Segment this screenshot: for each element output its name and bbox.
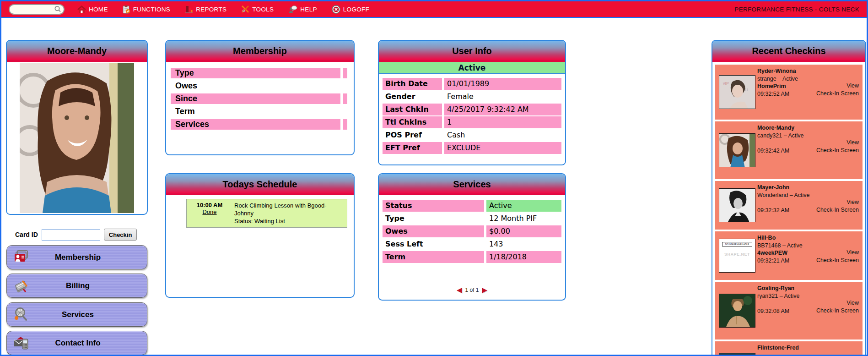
prev-page-icon[interactable]: ◀	[457, 286, 462, 293]
table-row: Ttl ChkIns 1	[383, 116, 561, 128]
event-description: Rock Climbing Lesson with Bgood-Johnny S…	[229, 202, 343, 225]
row-value: 1	[444, 116, 561, 128]
membership-panel: Membership Type Owes Since Term Services	[165, 40, 355, 155]
row-value: $0.00	[486, 225, 561, 237]
nav-item-tools[interactable]: TOOLS	[241, 5, 274, 13]
view-link[interactable]: View	[816, 82, 859, 90]
checkin-username-status: strange – Active	[757, 75, 813, 83]
services-button-label: Services	[29, 310, 127, 319]
tools-icon	[241, 5, 249, 13]
table-row: Sess Left 143	[383, 238, 561, 250]
member-panel: Moore-Mandy	[6, 40, 148, 215]
table-row: Gender Female	[383, 91, 561, 103]
nav-item-home[interactable]: HOME	[77, 5, 108, 13]
nav-item-logoff[interactable]: LOGOFF	[332, 5, 369, 14]
svg-text:vIP: vIP	[723, 81, 729, 86]
row-label: Type	[171, 68, 340, 78]
checkin-screen-link[interactable]: Check-In Screen	[816, 90, 859, 98]
checkin-service-tag: 4weekPEW	[757, 249, 813, 257]
top-nav-bar: HOME FUNCTIONS REPORTS	[1, 1, 867, 18]
checkin-screen-link[interactable]: Check-In Screen	[816, 307, 859, 315]
membership-button[interactable]: Membership	[6, 245, 147, 269]
services-icon	[13, 307, 29, 323]
member-thumbnail: vIP U	[719, 75, 755, 109]
services-button[interactable]: Services	[6, 302, 147, 327]
card-id-input[interactable]	[42, 229, 100, 241]
services-panel-title: Services	[379, 174, 565, 195]
checkin-screen: HOME FUNCTIONS REPORTS	[0, 0, 868, 356]
row-label: Gender	[383, 91, 442, 103]
row-value-strip	[343, 119, 347, 130]
membership-button-label: Membership	[29, 253, 127, 262]
membership-icon	[13, 250, 29, 265]
user-info-rows: Birth Date 01/01/1989 Gender Female Last…	[379, 74, 565, 154]
event-status: Status: Waiting List	[234, 217, 343, 225]
no-image-placeholder: NO IMAGE AVAILABLE SHAPE.NET	[719, 239, 755, 273]
checkin-details: Gosling-Ryan ryan321 – Active 09:32:08 A…	[757, 285, 813, 315]
contact-info-button-label: Contact Info	[29, 339, 127, 348]
checkin-button[interactable]: Checkin	[104, 229, 137, 241]
checkin-details: Hill-Bo BB71468 – Active 4weekPEW 09:32:…	[757, 234, 813, 264]
table-row: Type	[171, 68, 347, 78]
event-done-link[interactable]: Done	[202, 208, 216, 215]
search-box[interactable]	[9, 4, 65, 15]
checkin-username-status: BB71468 – Active	[757, 242, 813, 250]
nav-label: HOME	[89, 6, 108, 13]
recent-checkins-panel: Recent Checkins vIP U Ryder-Winona	[712, 40, 866, 356]
logoff-icon	[332, 5, 340, 14]
checkin-member-name: Gosling-Ryan	[757, 285, 813, 292]
row-label: Last ChkIn	[383, 104, 442, 115]
services-pager: ◀ 1 of 1 ▶	[379, 286, 565, 293]
checkin-time: 09:32:21 AM	[757, 257, 813, 265]
checkin-screen-link[interactable]: Check-In Screen	[816, 257, 859, 264]
checkin-username-status: Wonderland – Active	[757, 192, 813, 199]
recent-checkins-list: vIP U Ryder-Winona strange – Active Home…	[712, 62, 865, 356]
checkin-details: Moore-Mandy candy321 – Active 09:32:42 A…	[757, 124, 813, 155]
search-icon[interactable]	[54, 5, 62, 13]
schedule-event-row: 10:00 AM Done Rock Climbing Lesson with …	[186, 199, 347, 228]
functions-icon	[123, 5, 130, 14]
checkin-links: View Check-In Screen	[816, 299, 859, 315]
table-row: Type 12 Month PIF	[383, 213, 561, 225]
event-title: Rock Climbing Lesson with Bgood-Johnny	[234, 202, 343, 217]
view-link[interactable]: View	[816, 299, 859, 307]
member-thumbnail	[719, 294, 755, 328]
search-input[interactable]	[14, 5, 54, 13]
checkin-card: NO IMAGE AVAILABLE SHAPE.NET Hill-Bo BB7…	[715, 231, 863, 280]
row-label: POS Pref	[383, 129, 442, 141]
billing-button-label: Billing	[29, 281, 127, 290]
checkin-time: 09:32:32 AM	[757, 207, 813, 214]
checkin-card: Mayer-John Wonderland – Active 09:32:32 …	[715, 181, 863, 230]
contact-info-button[interactable]: Contact Info	[6, 331, 147, 355]
row-value-strip	[343, 68, 347, 78]
row-label: Ttl ChkIns	[383, 116, 442, 128]
checkin-screen-link[interactable]: Check-In Screen	[816, 147, 859, 154]
checkin-screen-link[interactable]: Check-In Screen	[816, 206, 859, 214]
row-value: 143	[486, 238, 561, 250]
row-label: Services	[171, 119, 340, 130]
row-label: Type	[383, 213, 484, 225]
table-row: Owes $0.00	[383, 225, 561, 237]
nav-label: TOOLS	[252, 6, 274, 13]
table-row: Status Active	[383, 200, 561, 212]
row-value: Cash	[444, 129, 561, 141]
todays-schedule-panel: Todays Schedule 10:00 AM Done Rock Climb…	[165, 173, 355, 298]
row-value-strip	[343, 81, 347, 91]
page-indicator: 1 of 1	[465, 287, 479, 293]
user-info-title: User Info	[379, 41, 565, 62]
nav-item-functions[interactable]: FUNCTIONS	[123, 5, 170, 14]
nav-item-help[interactable]: HELP	[288, 5, 317, 14]
table-row: Birth Date 01/01/1989	[383, 78, 561, 90]
nav-item-reports[interactable]: REPORTS	[185, 5, 226, 14]
event-time-block: 10:00 AM Done	[190, 202, 229, 225]
view-link[interactable]: View	[816, 198, 859, 206]
checkin-card: Gosling-Ryan ryan321 – Active 09:32:08 A…	[715, 282, 863, 340]
no-image-text: NO IMAGE AVAILABLE	[722, 242, 752, 246]
view-link[interactable]: View	[816, 139, 859, 147]
row-value: 1/18/2018	[486, 251, 561, 263]
next-page-icon[interactable]: ▶	[482, 286, 488, 293]
table-row: Services	[171, 119, 347, 130]
event-time: 10:00 AM	[190, 202, 229, 208]
view-link[interactable]: View	[816, 249, 859, 257]
billing-button[interactable]: Billing	[6, 274, 147, 298]
